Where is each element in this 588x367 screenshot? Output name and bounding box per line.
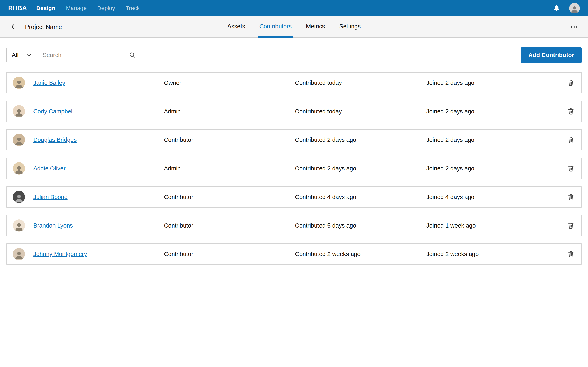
- contributors-toolbar: All Add Contributor: [0, 47, 588, 63]
- trash-icon: [567, 222, 574, 229]
- notifications-button[interactable]: [552, 3, 562, 13]
- contributor-last-contributed: Contributed today: [295, 80, 426, 86]
- contributor-last-contributed: Contributed 5 days ago: [295, 222, 426, 229]
- delete-contributor-button[interactable]: [566, 77, 576, 88]
- contributor-row: Douglas Bridges Contributor Contributed …: [6, 129, 582, 150]
- nav-item-design[interactable]: Design: [31, 0, 61, 16]
- overflow-menu-button[interactable]: [569, 22, 579, 32]
- delete-contributor-button[interactable]: [566, 106, 576, 117]
- kebab-horizontal-icon: [570, 23, 579, 31]
- tab-contributors[interactable]: Contributors: [258, 16, 293, 38]
- delete-contributor-button[interactable]: [566, 192, 576, 202]
- filter-select-value: All: [12, 52, 18, 58]
- contributor-last-contributed: Contributed 2 days ago: [295, 165, 426, 172]
- page-title: Project Name: [25, 24, 62, 30]
- trash-icon: [567, 193, 574, 200]
- contributor-role: Contributor: [164, 222, 295, 229]
- nav-item-track[interactable]: Track: [120, 0, 145, 16]
- project-tabs: Assets Contributors Metrics Settings: [226, 16, 362, 38]
- search-input[interactable]: [37, 48, 140, 62]
- nav-item-manage[interactable]: Manage: [61, 0, 92, 16]
- add-contributor-button[interactable]: Add Contributor: [521, 47, 582, 63]
- tab-assets[interactable]: Assets: [226, 16, 246, 38]
- delete-contributor-button[interactable]: [566, 163, 576, 174]
- contributors-list: Janie Bailey Owner Contributed today Joi…: [6, 72, 582, 265]
- contributor-role: Contributor: [164, 194, 295, 200]
- contributor-last-contributed: Contributed today: [295, 108, 426, 115]
- chevron-down-icon: [27, 53, 32, 58]
- contributor-row: Brandon Lyons Contributor Contributed 5 …: [6, 215, 582, 236]
- trash-icon: [567, 250, 574, 258]
- person-icon: [570, 4, 579, 13]
- contributor-row: Janie Bailey Owner Contributed today Joi…: [6, 72, 582, 93]
- contributor-avatar: [13, 219, 25, 232]
- filter-select[interactable]: All: [6, 48, 37, 62]
- contributor-name-link[interactable]: Julian Boone: [33, 194, 164, 200]
- delete-contributor-button[interactable]: [566, 220, 576, 231]
- contributor-role: Admin: [164, 165, 295, 172]
- contributor-avatar: [13, 248, 25, 260]
- delete-contributor-button[interactable]: [566, 249, 576, 259]
- back-button[interactable]: [9, 22, 20, 32]
- contributor-last-contributed: Contributed 2 weeks ago: [295, 251, 426, 258]
- contributor-joined: Joined 2 days ago: [426, 80, 563, 86]
- trash-icon: [567, 136, 574, 143]
- contributor-role: Contributor: [164, 137, 295, 143]
- contributor-row: Cody Campbell Admin Contributed today Jo…: [6, 101, 582, 122]
- contributor-last-contributed: Contributed 2 days ago: [295, 137, 426, 143]
- contributor-joined: Joined 4 days ago: [426, 194, 563, 200]
- tab-metrics[interactable]: Metrics: [305, 16, 326, 38]
- trash-icon: [567, 108, 574, 115]
- top-navbar: RHBA Design Manage Deploy Track: [0, 0, 588, 16]
- contributor-joined: Joined 2 days ago: [426, 137, 563, 143]
- contributor-joined: Joined 2 days ago: [426, 165, 563, 172]
- contributor-name-link[interactable]: Janie Bailey: [33, 80, 164, 86]
- brand-logo[interactable]: RHBA: [8, 4, 27, 12]
- contributor-avatar: [13, 162, 25, 175]
- contributor-joined: Joined 2 days ago: [426, 108, 563, 115]
- contributor-row: Julian Boone Contributor Contributed 4 d…: [6, 186, 582, 208]
- primary-nav: Design Manage Deploy Track: [31, 0, 145, 16]
- contributor-name-link[interactable]: Johnny Montgomery: [33, 251, 164, 258]
- arrow-left-icon: [10, 23, 18, 31]
- trash-icon: [567, 79, 574, 86]
- user-avatar[interactable]: [569, 3, 580, 13]
- contributor-avatar: [13, 191, 25, 203]
- tab-settings[interactable]: Settings: [338, 16, 362, 38]
- contributor-name-link[interactable]: Douglas Bridges: [33, 137, 164, 143]
- bell-icon: [553, 4, 560, 12]
- contributor-row: Johnny Montgomery Contributor Contribute…: [6, 243, 582, 265]
- contributor-role: Owner: [164, 80, 295, 86]
- page-header: Project Name Assets Contributors Metrics…: [0, 16, 588, 38]
- contributor-name-link[interactable]: Brandon Lyons: [33, 222, 164, 229]
- contributor-name-link[interactable]: Cody Campbell: [33, 108, 164, 115]
- search-box: [37, 48, 140, 62]
- trash-icon: [567, 165, 574, 172]
- contributor-avatar: [13, 77, 25, 89]
- contributor-name-link[interactable]: Addie Oliver: [33, 165, 164, 172]
- contributor-last-contributed: Contributed 4 days ago: [295, 194, 426, 200]
- topnav-right: [552, 3, 580, 13]
- contributor-row: Addie Oliver Admin Contributed 2 days ag…: [6, 158, 582, 179]
- search-icon[interactable]: [129, 52, 136, 58]
- contributor-avatar: [13, 105, 25, 117]
- contributor-avatar: [13, 134, 25, 146]
- contributor-role: Contributor: [164, 251, 295, 258]
- contributor-role: Admin: [164, 108, 295, 115]
- nav-item-deploy[interactable]: Deploy: [92, 0, 120, 16]
- contributor-joined: Joined 1 week ago: [426, 222, 563, 229]
- delete-contributor-button[interactable]: [566, 134, 576, 145]
- contributor-joined: Joined 2 weeks ago: [426, 251, 563, 258]
